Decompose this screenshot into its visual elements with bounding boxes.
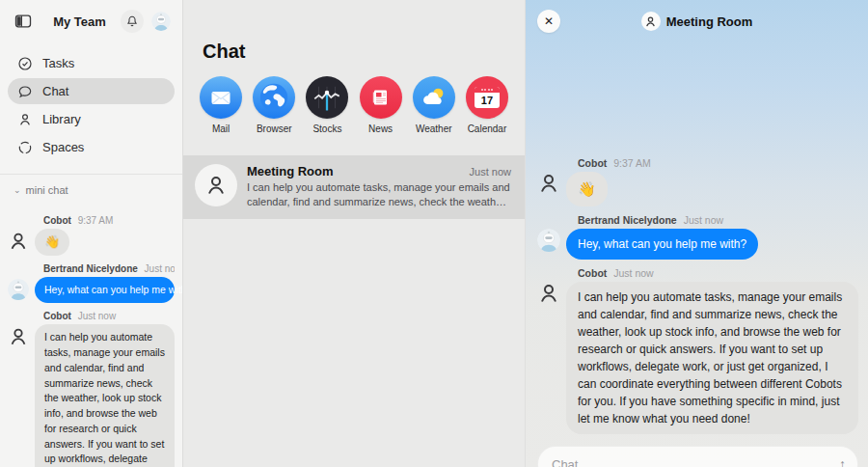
- message-row: Cobot 9:37 AM 👋: [537, 157, 858, 207]
- message-content: Cobot 9:37 AM 👋: [35, 215, 175, 256]
- app-stocks[interactable]: Stocks: [305, 76, 349, 134]
- timestamp: Just now: [684, 214, 723, 226]
- mini-chat-label: mini chat: [26, 184, 68, 196]
- stocks-chart-icon: [306, 76, 348, 119]
- meeting-room-messages: Cobot 9:37 AM 👋 Bertrand Nicelydone: [526, 42, 868, 444]
- chat-list-panel: Chat Mail Browser: [183, 0, 526, 467]
- message-content: Cobot 9:37 AM 👋: [566, 157, 858, 207]
- mini-chat-messages: Cobot 9:37 AM 👋 Bertrand Nicelydone: [0, 200, 182, 467]
- message-row: Cobot Just now I can help you automate t…: [8, 311, 175, 467]
- conversation-title: Meeting Room: [247, 164, 470, 179]
- close-button[interactable]: ✕: [537, 10, 560, 33]
- chevron-down-icon: ⌄: [14, 185, 21, 195]
- timestamp: Just now: [613, 267, 653, 279]
- meeting-room-avatar-icon: [195, 164, 237, 206]
- message-row: Bertrand Nicelydone Just now Hey, what c…: [537, 214, 858, 260]
- app-browser[interactable]: Browser: [252, 76, 296, 134]
- app-shortcuts: Mail Browser Sto: [183, 76, 525, 134]
- team-title: My Team: [33, 14, 121, 29]
- calendar-day: 17: [475, 93, 500, 108]
- app-label: News: [368, 124, 393, 134]
- conversation-list: Meeting Room Just now I can help you aut…: [183, 155, 525, 219]
- sidebar-header: My Team: [0, 0, 182, 41]
- cobot-avatar-icon: [537, 282, 560, 305]
- spaces-icon: [17, 140, 33, 155]
- timestamp: 9:37 AM: [78, 215, 114, 226]
- library-person-icon: [17, 112, 33, 127]
- sidebar-item-library[interactable]: Library: [8, 106, 175, 132]
- tasks-icon: [17, 56, 33, 71]
- conversation-top: Meeting Room Just now: [247, 164, 511, 179]
- meeting-room-title: Meeting Room: [666, 14, 753, 29]
- app-label: Stocks: [312, 124, 341, 134]
- notifications-bell-icon[interactable]: [121, 10, 144, 33]
- app-mail[interactable]: Mail: [199, 76, 243, 134]
- user-avatar[interactable]: [151, 12, 171, 31]
- app-label: Mail: [212, 124, 230, 134]
- sender-name: Cobot: [578, 157, 607, 169]
- sidebar-item-label: Library: [42, 112, 81, 126]
- message-bubble: 👋: [566, 172, 608, 207]
- message-bubble: Hey, what can you help me with?: [566, 229, 758, 260]
- send-arrow-icon[interactable]: ↑: [839, 456, 846, 467]
- app-weather[interactable]: Weather: [412, 76, 456, 134]
- message-meta: Cobot 9:37 AM: [578, 157, 858, 169]
- cobot-avatar-icon: [8, 231, 29, 252]
- message-content: Cobot Just now I can help you automate t…: [566, 267, 858, 434]
- app-news[interactable]: News: [359, 76, 403, 134]
- mini-chat-header[interactable]: ⌄ mini chat: [0, 175, 182, 200]
- message-meta: Cobot 9:37 AM: [43, 215, 175, 226]
- timestamp: Just now: [145, 263, 175, 274]
- message-bubble: 👋: [35, 229, 69, 256]
- message-content: Bertrand Nicelydone Just now Hey, what c…: [566, 214, 858, 260]
- sidebar-item-label: Chat: [42, 84, 68, 98]
- meeting-room-title-group: Meeting Room: [641, 12, 753, 31]
- calendar-page: 17: [475, 87, 500, 108]
- message-row: Cobot Just now I can help you automate t…: [537, 267, 858, 434]
- sidebar-item-label: Tasks: [42, 56, 74, 70]
- sidebar-nav: Tasks Chat Library Spac: [0, 41, 182, 162]
- sidebar-toggle-icon[interactable]: [14, 12, 33, 31]
- meeting-room-person-icon: [641, 12, 661, 31]
- sender-name: Cobot: [43, 311, 71, 321]
- cobot-avatar-icon: [8, 326, 29, 347]
- sender-name: Bertrand Nicelydone: [578, 214, 677, 226]
- app-label: Calendar: [468, 124, 507, 134]
- conversation-preview: I can help you automate tasks, manage yo…: [247, 180, 511, 210]
- sidebar-item-chat[interactable]: Chat: [8, 78, 175, 104]
- chat-input-bar: ↑: [537, 446, 858, 467]
- sender-name: Bertrand Nicelydone: [43, 263, 138, 274]
- conversation-info: Meeting Room Just now I can help you aut…: [247, 164, 511, 210]
- message-meta: Cobot Just now: [578, 267, 858, 279]
- sender-name: Cobot: [578, 267, 607, 279]
- chat-input[interactable]: [552, 457, 839, 467]
- chat-icon: [17, 84, 33, 99]
- sender-name: Cobot: [43, 215, 71, 226]
- conversation-row-meeting-room[interactable]: Meeting Room Just now I can help you aut…: [183, 155, 525, 219]
- app-label: Browser: [257, 124, 292, 134]
- app-label: Weather: [416, 124, 452, 134]
- bertrand-avatar: [8, 279, 29, 300]
- news-icon: [360, 76, 402, 119]
- timestamp: Just now: [78, 311, 116, 321]
- app-calendar[interactable]: 17 Calendar: [465, 76, 509, 134]
- bertrand-avatar: [537, 229, 560, 252]
- message-content: Cobot Just now I can help you automate t…: [35, 311, 175, 467]
- message-meta: Cobot Just now: [43, 311, 175, 321]
- close-icon: ✕: [544, 14, 554, 28]
- message-content: Bertrand Nicelydone Just now Hey, what c…: [35, 263, 175, 304]
- sidebar-item-spaces[interactable]: Spaces: [8, 134, 175, 160]
- message-meta: Bertrand Nicelydone Just now: [578, 214, 858, 226]
- timestamp: 9:37 AM: [613, 157, 651, 169]
- message-meta: Bertrand Nicelydone Just now: [43, 263, 175, 274]
- weather-icon: [413, 76, 455, 119]
- message-bubble: I can help you automate tasks, manage yo…: [35, 324, 175, 467]
- sidebar: My Team Tasks: [0, 0, 183, 467]
- message-row: Cobot 9:37 AM 👋: [8, 215, 175, 256]
- conversation-timestamp: Just now: [470, 166, 511, 178]
- browser-globe-icon: [253, 76, 295, 119]
- sidebar-item-label: Spaces: [42, 140, 84, 154]
- message-bubble: Hey, what can you help me with?: [35, 277, 175, 304]
- sidebar-item-tasks[interactable]: Tasks: [8, 50, 175, 76]
- meeting-room-panel: ✕ Meeting Room Cobot 9:37 AM: [526, 0, 868, 467]
